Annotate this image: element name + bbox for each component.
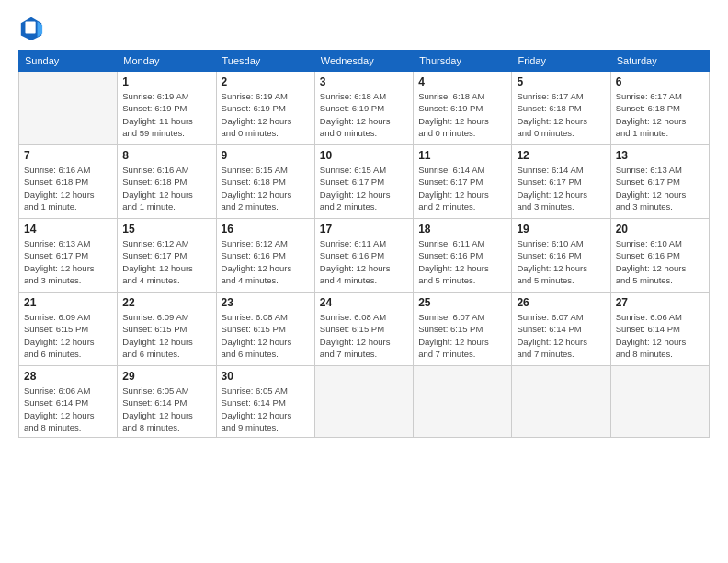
calendar-cell: 16Sunrise: 6:12 AMSunset: 6:16 PMDayligh… <box>216 219 314 293</box>
day-number: 15 <box>122 223 210 236</box>
calendar-cell: 5Sunrise: 6:17 AMSunset: 6:18 PMDaylight… <box>512 72 610 145</box>
day-number: 7 <box>24 149 112 162</box>
calendar-cell: 25Sunrise: 6:07 AMSunset: 6:15 PMDayligh… <box>414 293 512 366</box>
calendar-cell: 24Sunrise: 6:08 AMSunset: 6:15 PMDayligh… <box>314 293 413 366</box>
day-info: Sunrise: 6:10 AMSunset: 6:16 PMDaylight:… <box>517 237 605 286</box>
day-info: Sunrise: 6:07 AMSunset: 6:15 PMDaylight:… <box>418 311 506 360</box>
col-header-wednesday: Wednesday <box>314 51 413 72</box>
svg-rect-2 <box>25 21 35 33</box>
calendar-cell <box>414 366 512 438</box>
calendar-cell: 14Sunrise: 6:13 AMSunset: 6:17 PMDayligh… <box>19 219 118 293</box>
day-info: Sunrise: 6:08 AMSunset: 6:15 PMDaylight:… <box>320 311 408 360</box>
day-info: Sunrise: 6:12 AMSunset: 6:17 PMDaylight:… <box>122 237 210 286</box>
calendar-cell: 10Sunrise: 6:15 AMSunset: 6:17 PMDayligh… <box>314 145 413 219</box>
day-info: Sunrise: 6:16 AMSunset: 6:18 PMDaylight:… <box>122 164 210 213</box>
day-info: Sunrise: 6:15 AMSunset: 6:17 PMDaylight:… <box>320 164 408 213</box>
day-number: 13 <box>616 149 704 162</box>
day-number: 30 <box>222 370 310 383</box>
day-info: Sunrise: 6:10 AMSunset: 6:16 PMDaylight:… <box>616 237 704 286</box>
day-number: 26 <box>517 296 605 309</box>
day-number: 24 <box>320 296 408 309</box>
calendar-week-row: 7Sunrise: 6:16 AMSunset: 6:18 PMDaylight… <box>19 145 710 219</box>
calendar-cell: 11Sunrise: 6:14 AMSunset: 6:17 PMDayligh… <box>414 145 512 219</box>
day-info: Sunrise: 6:18 AMSunset: 6:19 PMDaylight:… <box>320 90 408 139</box>
day-number: 14 <box>24 223 112 236</box>
day-info: Sunrise: 6:11 AMSunset: 6:16 PMDaylight:… <box>418 237 506 286</box>
calendar-cell: 30Sunrise: 6:05 AMSunset: 6:14 PMDayligh… <box>216 366 314 438</box>
calendar-table: SundayMondayTuesdayWednesdayThursdayFrid… <box>18 50 710 438</box>
calendar-cell: 9Sunrise: 6:15 AMSunset: 6:18 PMDaylight… <box>216 145 314 219</box>
col-header-saturday: Saturday <box>610 51 709 72</box>
calendar-week-row: 1Sunrise: 6:19 AMSunset: 6:19 PMDaylight… <box>19 72 710 145</box>
svg-marker-1 <box>38 21 43 37</box>
calendar-cell: 8Sunrise: 6:16 AMSunset: 6:18 PMDaylight… <box>118 145 216 219</box>
calendar-cell: 27Sunrise: 6:06 AMSunset: 6:14 PMDayligh… <box>610 293 709 366</box>
calendar-cell <box>314 366 413 438</box>
day-number: 28 <box>24 370 112 383</box>
calendar-cell: 2Sunrise: 6:19 AMSunset: 6:19 PMDaylight… <box>216 72 314 145</box>
day-number: 2 <box>222 75 310 88</box>
day-info: Sunrise: 6:11 AMSunset: 6:16 PMDaylight:… <box>320 237 408 286</box>
day-number: 17 <box>320 223 408 236</box>
day-number: 18 <box>418 223 506 236</box>
day-info: Sunrise: 6:06 AMSunset: 6:14 PMDaylight:… <box>24 385 112 433</box>
day-info: Sunrise: 6:07 AMSunset: 6:14 PMDaylight:… <box>517 311 605 360</box>
calendar-cell: 7Sunrise: 6:16 AMSunset: 6:18 PMDaylight… <box>19 145 118 219</box>
day-info: Sunrise: 6:19 AMSunset: 6:19 PMDaylight:… <box>222 90 310 139</box>
day-info: Sunrise: 6:14 AMSunset: 6:17 PMDaylight:… <box>517 164 605 213</box>
day-number: 20 <box>616 223 704 236</box>
day-number: 27 <box>616 296 704 309</box>
day-info: Sunrise: 6:06 AMSunset: 6:14 PMDaylight:… <box>616 311 704 360</box>
calendar-cell: 29Sunrise: 6:05 AMSunset: 6:14 PMDayligh… <box>118 366 216 438</box>
day-info: Sunrise: 6:05 AMSunset: 6:14 PMDaylight:… <box>222 385 310 433</box>
day-info: Sunrise: 6:18 AMSunset: 6:19 PMDaylight:… <box>418 90 506 139</box>
day-number: 11 <box>418 149 506 162</box>
col-header-monday: Monday <box>118 51 216 72</box>
calendar-cell <box>610 366 709 438</box>
calendar-cell: 12Sunrise: 6:14 AMSunset: 6:17 PMDayligh… <box>512 145 610 219</box>
col-header-tuesday: Tuesday <box>216 51 314 72</box>
day-info: Sunrise: 6:08 AMSunset: 6:15 PMDaylight:… <box>222 311 310 360</box>
day-number: 4 <box>418 75 506 88</box>
day-info: Sunrise: 6:17 AMSunset: 6:18 PMDaylight:… <box>616 90 704 139</box>
calendar-cell: 23Sunrise: 6:08 AMSunset: 6:15 PMDayligh… <box>216 293 314 366</box>
day-info: Sunrise: 6:17 AMSunset: 6:18 PMDaylight:… <box>517 90 605 139</box>
calendar-cell: 15Sunrise: 6:12 AMSunset: 6:17 PMDayligh… <box>118 219 216 293</box>
calendar-cell: 20Sunrise: 6:10 AMSunset: 6:16 PMDayligh… <box>610 219 709 293</box>
calendar-week-row: 28Sunrise: 6:06 AMSunset: 6:14 PMDayligh… <box>19 366 710 438</box>
day-number: 23 <box>222 296 310 309</box>
day-number: 16 <box>222 223 310 236</box>
day-info: Sunrise: 6:19 AMSunset: 6:19 PMDaylight:… <box>122 90 210 139</box>
day-number: 5 <box>517 75 605 88</box>
day-info: Sunrise: 6:15 AMSunset: 6:18 PMDaylight:… <box>222 164 310 213</box>
col-header-thursday: Thursday <box>414 51 512 72</box>
calendar-cell: 18Sunrise: 6:11 AMSunset: 6:16 PMDayligh… <box>414 219 512 293</box>
col-header-friday: Friday <box>512 51 610 72</box>
day-info: Sunrise: 6:16 AMSunset: 6:18 PMDaylight:… <box>24 164 112 213</box>
page-header <box>18 15 710 40</box>
day-number: 19 <box>517 223 605 236</box>
calendar-week-row: 21Sunrise: 6:09 AMSunset: 6:15 PMDayligh… <box>19 293 710 366</box>
calendar-cell: 26Sunrise: 6:07 AMSunset: 6:14 PMDayligh… <box>512 293 610 366</box>
calendar-cell <box>19 72 118 145</box>
calendar-cell: 13Sunrise: 6:13 AMSunset: 6:17 PMDayligh… <box>610 145 709 219</box>
col-header-sunday: Sunday <box>19 51 118 72</box>
calendar-cell <box>512 366 610 438</box>
day-number: 1 <box>122 75 210 88</box>
calendar-week-row: 14Sunrise: 6:13 AMSunset: 6:17 PMDayligh… <box>19 219 710 293</box>
day-number: 12 <box>517 149 605 162</box>
calendar-cell: 22Sunrise: 6:09 AMSunset: 6:15 PMDayligh… <box>118 293 216 366</box>
calendar-cell: 28Sunrise: 6:06 AMSunset: 6:14 PMDayligh… <box>19 366 118 438</box>
calendar-cell: 21Sunrise: 6:09 AMSunset: 6:15 PMDayligh… <box>19 293 118 366</box>
day-info: Sunrise: 6:14 AMSunset: 6:17 PMDaylight:… <box>418 164 506 213</box>
calendar-header-row: SundayMondayTuesdayWednesdayThursdayFrid… <box>19 51 710 72</box>
day-number: 8 <box>122 149 210 162</box>
calendar-cell: 19Sunrise: 6:10 AMSunset: 6:16 PMDayligh… <box>512 219 610 293</box>
day-number: 3 <box>320 75 408 88</box>
calendar-cell: 1Sunrise: 6:19 AMSunset: 6:19 PMDaylight… <box>118 72 216 145</box>
calendar-cell: 3Sunrise: 6:18 AMSunset: 6:19 PMDaylight… <box>314 72 413 145</box>
day-number: 10 <box>320 149 408 162</box>
day-number: 29 <box>122 370 210 383</box>
logo <box>18 15 48 40</box>
calendar-cell: 6Sunrise: 6:17 AMSunset: 6:18 PMDaylight… <box>610 72 709 145</box>
